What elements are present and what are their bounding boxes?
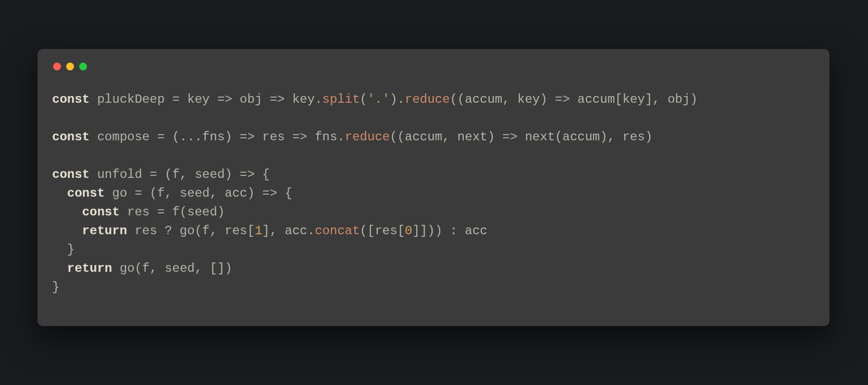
code-token-plain: res [127,224,165,238]
code-line: } [52,243,75,257]
code-window: const pluckDeep = key => obj => key.spli… [38,49,829,326]
code-token-punc: ) [487,130,502,144]
code-token-plain: next [517,130,555,144]
code-token-op: => [217,92,232,106]
code-token-plain: f [157,186,165,200]
code-token-plain: go [105,186,135,200]
code-token-plain: acc [285,224,307,238]
code-token-punc: } [67,243,75,257]
code-token-plain: accum [465,92,502,106]
code-token-punc: , [150,261,165,275]
code-token-plain: f [202,224,209,238]
code-token-punc: [ [247,224,255,238]
code-token-punc: ( [172,130,179,144]
code-token-op: = [157,130,165,144]
code-token-plain [157,167,165,182]
code-token-plain [142,186,150,200]
code-token-punc: [ [398,224,405,238]
code-token-string: '.' [367,92,390,106]
code-token-op: ? [165,224,172,238]
code-token-punc: ], [262,224,284,238]
code-token-op: => [262,186,277,200]
window-traffic-lights [53,63,815,70]
code-token-plain: compose [90,130,157,144]
code-token-punc: ) [690,92,697,106]
code-token-punc: ) [645,130,652,144]
code-token-plain: acc [457,224,488,238]
code-token-method: reduce [345,130,390,144]
code-token-punc: , [442,130,457,144]
code-token-plain: obj [667,92,690,106]
code-token-punc: . [315,92,322,106]
code-block: const pluckDeep = key => obj => key.spli… [52,90,815,297]
code-token-plain: seed [187,205,217,219]
code-snippet-stage: const pluckDeep = key => obj => key.spli… [0,0,868,385]
code-token-plain: f [165,205,180,219]
code-token-plain: res [255,130,292,144]
code-token-punc: , [209,224,225,238]
code-token-number: 1 [255,224,262,238]
code-token-punc: ( [555,130,562,144]
code-line: } [52,280,59,294]
code-token-punc: (( [450,92,465,106]
code-token-plain: accum [405,130,442,144]
code-token-plain [255,167,262,182]
code-token-punc: ) [540,92,555,106]
code-token-punc: ( [180,205,187,219]
code-token-punc: , []) [195,261,232,275]
code-token-punc: ( [195,224,202,238]
code-token-plain: key [180,92,217,106]
code-token-punc: . [337,130,344,144]
code-token-keyword: return [67,261,112,275]
code-token-plain: res [623,130,645,144]
code-token-keyword: const [52,92,90,106]
code-token-punc: ) [225,130,240,144]
code-token-plain [52,224,82,238]
code-token-number: 0 [405,224,412,238]
code-token-op: = [157,205,165,219]
code-token-plain: key [623,92,645,106]
code-token-plain: f [142,261,150,275]
code-token-punc: . [307,224,315,238]
code-token-op: => [502,130,517,144]
code-line: return go(f, seed, []) [52,261,232,275]
code-token-punc: ) [390,92,397,106]
window-close-icon[interactable] [53,63,61,70]
code-token-plain [165,130,172,144]
code-token-keyword: const [82,205,120,219]
code-token-punc: ), [600,130,623,144]
code-token-plain: key [285,92,315,106]
code-token-op: => [292,130,307,144]
code-token-punc: ( [165,167,172,182]
code-token-punc: } [52,280,59,294]
code-token-punc: { [285,186,292,200]
code-token-method: concat [315,224,359,238]
code-token-plain [52,261,67,275]
code-token-plain: seed [195,167,225,182]
code-token-punc: ( [150,186,157,200]
code-token-keyword: const [52,130,90,144]
code-token-plain: res [225,224,247,238]
code-token-keyword: const [67,186,105,200]
code-token-plain: acc [225,186,247,200]
code-token-plain: accum [562,130,600,144]
code-token-punc: ( [134,261,142,275]
code-token-plain: unfold [90,167,150,182]
code-token-punc: ]])) [412,224,450,238]
code-token-plain: accum [570,92,615,106]
code-token-plain: fns [202,130,225,144]
code-token-op: = [150,167,157,182]
code-token-method: reduce [405,92,450,106]
code-token-punc: (( [390,130,405,144]
code-token-plain: go [172,224,194,238]
code-line: const go = (f, seed, acc) => { [52,186,292,200]
window-zoom-icon[interactable] [79,63,87,70]
window-minimize-icon[interactable] [66,63,74,70]
code-token-punc: ([ [360,224,375,238]
code-token-plain [52,186,67,200]
code-token-plain [52,205,82,219]
code-token-op: => [270,92,285,106]
code-token-plain: obj [232,92,270,106]
code-token-punc: , [209,186,225,200]
code-token-punc: [ [615,92,622,106]
